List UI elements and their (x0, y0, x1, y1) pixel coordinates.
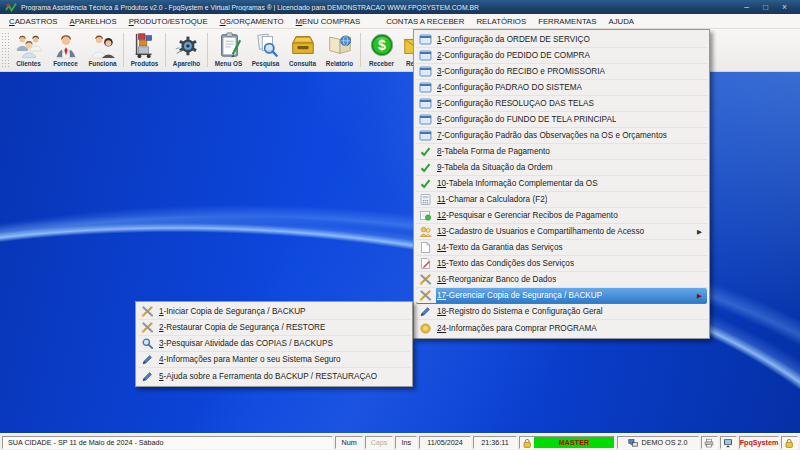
statusbar-cell-icon (723, 438, 733, 448)
menubar-item[interactable]: CADASTROS (3, 15, 64, 28)
toolbar-button[interactable]: Receber (363, 29, 400, 71)
toolbar-button[interactable]: Relatório (321, 29, 358, 71)
menubar-item-label: CONTAS A RECEBER (386, 17, 464, 26)
menu-item[interactable]: 11-Chamar a Calculadora (F2) (416, 192, 707, 208)
menu-item[interactable]: 8-Tabela Forma de Pagamento (416, 144, 707, 160)
menu-item-number: 10 (437, 179, 446, 188)
submenu-arrow-icon: ▶ (693, 292, 702, 300)
menu-item[interactable]: 18-Registro do Sistema e Configuração Ge… (416, 304, 707, 320)
submenu-arrow-icon: ▶ (693, 228, 702, 236)
toolbar-button-icon (289, 31, 317, 59)
menu-item-number: 17 (437, 291, 446, 300)
menubar-item[interactable]: MENU COMPRAS (290, 15, 367, 28)
minimize-button[interactable]: – (744, 3, 749, 12)
menu-item-icon (419, 210, 432, 221)
toolbar-button-icon (173, 31, 201, 59)
menu-item-label: -Gerenciar Copia de Segurança / BACKUP (446, 291, 602, 300)
toolbar-button-icon (326, 31, 354, 59)
toolbar-button[interactable]: Clientes (10, 29, 47, 71)
toolbar-button[interactable] (205, 29, 210, 71)
menu-item[interactable]: 7-Configuração Padrão das Observações na… (416, 128, 707, 144)
menu-item-number: 16 (437, 275, 446, 284)
statusbar-cell-label: DEMO OS 2.0 (641, 438, 689, 447)
menu-item-icon (419, 50, 432, 61)
toolbar-buttons: Clientes Fornece Funciona Produtos Apare… (10, 29, 437, 71)
maximize-button[interactable]: □ (763, 3, 768, 12)
toolbar-grip[interactable] (1, 32, 9, 68)
statusbar-cell-icon (704, 438, 714, 448)
menu-item[interactable]: 2-Restaurar Copia de Segurança / RESTORE (138, 320, 410, 336)
menu-item-icon (419, 146, 432, 157)
toolbar-button[interactable]: Produtos (126, 29, 163, 71)
menubar-item-label: CADASTROS (9, 17, 58, 26)
menu-item-label: -Configuração da ORDEM DE SERVIÇO (442, 35, 590, 44)
menubar-item[interactable]: PRODUTO/ESTOQUE (123, 15, 214, 28)
title-bar: Programa Assistência Técnica & Produtos … (0, 0, 800, 14)
menubar-item-label: AJUDA (608, 17, 634, 26)
menu-item[interactable]: 3-Pesquisar Atividade das COPIAS / BACKU… (138, 336, 410, 352)
menu-item[interactable]: 1-Configuração da ORDEM DE SERVIÇO (416, 32, 707, 48)
menubar-item[interactable]: RELATÓRIOS (470, 15, 532, 28)
toolbar-button-label: Clientes (16, 60, 41, 67)
menu-item[interactable]: 15-Texto das Condições dos Serviços (416, 256, 707, 272)
menu-item[interactable]: 14-Texto da Garantia das Serviços (416, 240, 707, 256)
window-title: Programa Assistência Técnica & Produtos … (21, 4, 479, 11)
toolbar-button[interactable]: Menu OS (210, 29, 247, 71)
menu-item[interactable]: 6-Configuração do FUNDO DE TELA PRINCIPA… (416, 112, 707, 128)
toolbar-button-icon (131, 31, 159, 59)
statusbar-cell-label: FpqSystem (739, 438, 780, 447)
statusbar-cell: 11/05/2024 (419, 436, 471, 449)
menubar-item[interactable]: AJUDA (602, 15, 640, 28)
menu-item[interactable]: 3-Configuração do RECIBO e PROMISSÓRIA (416, 64, 707, 80)
menu-item-label: -Tabela da Situação da Ordem (442, 163, 553, 172)
menu-item[interactable]: 2-Configuração do PEDIDO DE COMPRA (416, 48, 707, 64)
statusbar-cell: SUA CIDADE - SP 11 de Maio de 2024 - Sáb… (2, 436, 333, 449)
menu-item-number: 11 (437, 195, 446, 204)
menu-item-icon (419, 82, 432, 93)
menu-item-icon (419, 226, 432, 237)
toolbar-button-icon (15, 31, 43, 59)
menubar-item[interactable]: OS/ORÇAMENTO (214, 15, 290, 28)
toolbar-button[interactable] (121, 29, 126, 71)
menu-item-icon (419, 194, 432, 205)
toolbar-button[interactable]: Fornece (47, 29, 84, 71)
menu-item-label: -Texto das Condições dos Serviços (446, 259, 574, 268)
menu-item[interactable]: 17-Gerenciar Copia de Segurança / BACKUP… (416, 288, 707, 304)
statusbar-cell: Caps (365, 436, 394, 449)
toolbar-button[interactable]: Aparelho (168, 29, 205, 71)
menubar-item[interactable]: APARELHOS (64, 15, 123, 28)
menubar-item[interactable]: FERRAMENTAS (532, 15, 602, 28)
statusbar-cell: Num (335, 436, 362, 449)
toolbar-button[interactable] (358, 29, 363, 71)
menu-item[interactable]: 1-Iniciar Copia de Segurança / BACKUP (138, 304, 410, 320)
toolbar-button-icon (368, 31, 396, 59)
menu-bar: CADASTROS APARELHOS PRODUTO/ESTOQUE OS/O… (0, 14, 800, 29)
toolbar-button[interactable]: Pesquisa (247, 29, 284, 71)
menu-item-label: -Iniciar Copia de Segurança / BACKUP (164, 307, 306, 316)
menu-item-icon (141, 306, 154, 317)
menu-item[interactable]: 16-Reorganizar Banco de Dados (416, 272, 707, 288)
toolbar-button-icon (215, 31, 243, 59)
menubar-item[interactable]: CONTAS A RECEBER (380, 15, 470, 28)
menu-item[interactable]: 12-Pesquisar e Gerenciar Recibos de Paga… (416, 208, 707, 224)
menu-item[interactable]: 13-Cadastro de Usuarios e Compartilhamen… (416, 224, 707, 240)
toolbar-button[interactable] (163, 29, 168, 71)
menu-item[interactable]: 5-Configuração RESOLUÇÃO DAS TELAS (416, 96, 707, 112)
menu-item[interactable]: 4-Configuração PADRÃO DO SISTEMA (416, 80, 707, 96)
menu-item-number: 18 (437, 307, 446, 316)
toolbar-button[interactable]: Consulta (284, 29, 321, 71)
toolbar-button-label: Receber (369, 60, 394, 67)
toolbar-button[interactable]: Funciona (84, 29, 121, 71)
menu-item-number: 13 (437, 227, 446, 236)
statusbar-cell: 21:36:11 (473, 436, 517, 449)
menu-item-icon (141, 371, 154, 382)
menu-item[interactable]: 9-Tabela da Situação da Ordem (416, 160, 707, 176)
close-button[interactable]: × (782, 3, 787, 12)
menu-item[interactable]: 10-Tabela Informação Complementar da OS (416, 176, 707, 192)
menu-item[interactable]: 4-Informações para Manter o seu Sistema … (138, 352, 410, 368)
toolbar-button-label: Menu OS (215, 60, 242, 67)
menu-item[interactable]: 5-Ajuda sobre a Ferramenta do BACKUP / R… (138, 368, 410, 384)
menu-item-icon (419, 290, 432, 301)
menu-item[interactable]: 24-Informações para Comprar PROGRAMA (416, 320, 707, 336)
menu-item-label: -Registro do Sistema e Configuração Gera… (446, 307, 603, 316)
